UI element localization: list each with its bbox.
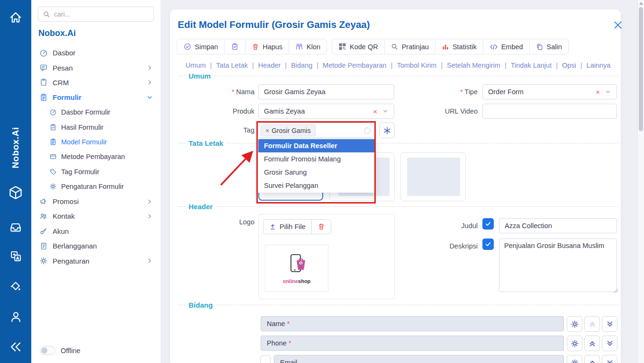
section-bidang: Bidang bbox=[178, 301, 618, 309]
sidebar-item-pesan[interactable]: Pesan bbox=[31, 60, 161, 75]
copy-button[interactable]: Salin bbox=[529, 39, 569, 54]
section-label: Umum bbox=[189, 72, 211, 80]
field-settings-button[interactable] bbox=[567, 355, 582, 363]
judul-checkbox[interactable] bbox=[482, 218, 494, 230]
tab-tata-letak[interactable]: Tata Letak bbox=[216, 62, 258, 69]
field-move-down-button[interactable] bbox=[602, 355, 617, 363]
remove-logo-button[interactable] bbox=[311, 219, 331, 234]
asterisk-button[interactable] bbox=[379, 123, 395, 138]
user-icon[interactable] bbox=[0, 310, 31, 324]
vertical-scrollbar[interactable] bbox=[637, 0, 644, 363]
tab-tombol-kirim[interactable]: Tombol Kirim bbox=[397, 62, 447, 69]
resize-handle[interactable] bbox=[614, 289, 618, 293]
tipe-label: * Tipe bbox=[421, 88, 478, 96]
copy-button-label: Salin bbox=[547, 43, 562, 51]
people-icon bbox=[39, 212, 48, 221]
sidebar-item-model-formulir[interactable]: Model Formulir bbox=[31, 134, 161, 149]
sidebar-item-pengaturan[interactable]: Pengaturan bbox=[31, 253, 161, 268]
tab-lainnya[interactable]: Lainnya bbox=[587, 62, 611, 69]
clipboard-check-button[interactable] bbox=[224, 39, 245, 54]
produk-select-value: Gamis Zeyaa bbox=[264, 107, 305, 115]
scrollbar-thumb[interactable] bbox=[639, 7, 643, 131]
sidebar-item-label: Berlangganan bbox=[53, 242, 97, 250]
home-icon[interactable] bbox=[0, 10, 31, 25]
qr-code-button[interactable]: Kode QR bbox=[332, 39, 385, 54]
collapse-sidebar-icon[interactable] bbox=[0, 340, 31, 354]
magnifier-icon bbox=[391, 43, 399, 51]
close-icon[interactable] bbox=[613, 20, 623, 30]
sidebar-item-dasbor[interactable]: Dasbor bbox=[31, 45, 161, 60]
tab-tindak-lanjut[interactable]: Tindak Lanjut bbox=[511, 62, 562, 69]
qr-code-icon bbox=[338, 43, 346, 51]
sidebar-item-kontak[interactable]: Kontak bbox=[31, 209, 161, 223]
url-video-input[interactable] bbox=[482, 104, 617, 119]
sidebar-item-hasil-formulir[interactable]: Hasil Formulir bbox=[31, 120, 161, 134]
sidebar-item-tag-formulir[interactable]: Tag Formulir bbox=[31, 164, 161, 179]
choose-file-button[interactable]: Pilih File bbox=[263, 219, 312, 234]
tab-bidang[interactable]: Bidang bbox=[291, 62, 323, 69]
double-chevron-up-icon bbox=[588, 339, 597, 348]
field-bar-phone[interactable]: Phone* bbox=[261, 336, 564, 351]
sidebar-item-pengaturan-formulir[interactable]: Pengaturan Formulir bbox=[31, 179, 161, 194]
layout-tile-3[interactable] bbox=[400, 152, 466, 201]
tipe-select[interactable]: Order Form × bbox=[482, 84, 617, 99]
tab-umum[interactable]: Umum bbox=[186, 62, 216, 69]
statistics-button[interactable]: Statistik bbox=[435, 39, 483, 54]
sidebar-item-label: Formulir bbox=[53, 93, 82, 101]
sidebar-item-akun[interactable]: Akun bbox=[31, 224, 161, 239]
chevron-down-icon bbox=[605, 89, 611, 95]
search-input[interactable] bbox=[54, 10, 149, 18]
tag-multiselect[interactable]: ×Grosir Gamis bbox=[258, 123, 375, 138]
deskripsi-checkbox[interactable] bbox=[482, 239, 494, 250]
clone-button[interactable]: Klon bbox=[289, 39, 327, 54]
offline-toggle[interactable] bbox=[40, 346, 55, 355]
scrollbar-up-arrow[interactable] bbox=[639, 2, 643, 5]
required-mark: * bbox=[460, 88, 463, 96]
tab-opsi[interactable]: Opsi bbox=[562, 62, 587, 69]
chip-remove-icon[interactable]: × bbox=[265, 127, 269, 134]
preview-button[interactable]: Pratinjau bbox=[384, 39, 435, 54]
deskripsi-textarea[interactable]: Penjualan Grosir Busana Muslim bbox=[499, 239, 617, 292]
email-field-checkbox[interactable] bbox=[260, 355, 271, 363]
clear-icon[interactable]: × bbox=[596, 88, 600, 96]
embed-button[interactable]: Embed bbox=[483, 39, 530, 54]
tab-header[interactable]: Header bbox=[258, 62, 291, 69]
paint-bucket-icon[interactable] bbox=[0, 280, 31, 293]
field-bar-email[interactable]: Email bbox=[274, 355, 564, 363]
sidebar-item-formulir[interactable]: Formulir bbox=[31, 90, 161, 105]
judul-input[interactable] bbox=[499, 218, 617, 233]
translate-icon[interactable] bbox=[0, 250, 31, 263]
tab-metode-pembayaran[interactable]: Metode Pembayaran bbox=[323, 62, 397, 69]
field-move-down-button[interactable] bbox=[602, 336, 617, 351]
save-button[interactable]: Simpan bbox=[177, 39, 225, 54]
sidebar-item-promosi[interactable]: Promosi bbox=[31, 194, 161, 209]
search-box[interactable] bbox=[38, 7, 154, 22]
sidebar-item-dasbor-formulir[interactable]: Dasbor Formulir bbox=[31, 105, 161, 120]
sidebar-item-berlangganan[interactable]: Berlangganan bbox=[31, 239, 161, 253]
tag-label: Tag bbox=[198, 126, 254, 134]
field-bar-name[interactable]: Name* bbox=[261, 316, 564, 331]
tab-setelah-mengirim[interactable]: Setelah Mengirim bbox=[447, 62, 511, 69]
field-move-up-button[interactable] bbox=[584, 336, 600, 351]
field-move-up-button[interactable] bbox=[584, 355, 600, 363]
field-settings-button[interactable] bbox=[567, 316, 582, 332]
field-move-up-button[interactable] bbox=[584, 316, 600, 332]
nama-input[interactable] bbox=[258, 84, 394, 99]
package-icon[interactable] bbox=[0, 185, 31, 201]
required-mark: * bbox=[232, 88, 235, 96]
clear-icon[interactable]: × bbox=[373, 107, 377, 115]
statistics-button-label: Statistik bbox=[453, 43, 477, 51]
dropdown-option[interactable]: Formulir Data Reseller bbox=[258, 139, 375, 152]
dropdown-option[interactable]: Grosir Sarung bbox=[258, 166, 375, 179]
inbox-icon[interactable] bbox=[0, 221, 31, 234]
chevron-right-icon bbox=[146, 64, 154, 71]
field-settings-button[interactable] bbox=[567, 336, 582, 351]
sidebar-item-metode-pembayaran[interactable]: Metode Pembayaran bbox=[31, 150, 161, 164]
sidebar-item-crm[interactable]: CRM bbox=[31, 75, 161, 90]
dropdown-option[interactable]: Formulir Promosi Malang bbox=[258, 152, 375, 166]
left-rail: Nobox.Ai bbox=[0, 0, 31, 363]
field-move-down-button[interactable] bbox=[602, 316, 617, 332]
delete-button[interactable]: Hapus bbox=[245, 39, 289, 54]
dropdown-option[interactable]: Survei Pelanggan bbox=[258, 179, 375, 192]
produk-select[interactable]: Gamis Zeyaa × bbox=[258, 104, 394, 119]
